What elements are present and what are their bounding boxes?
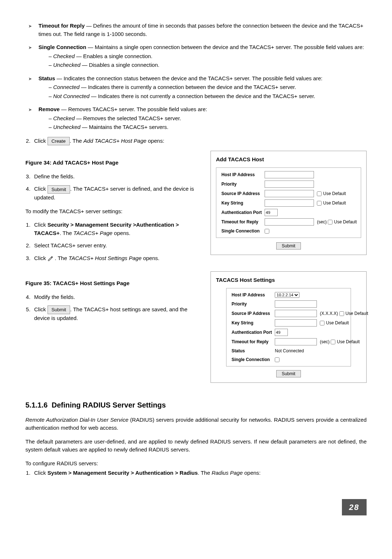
step-3: Define the fields. [32,173,200,181]
step-4-modify: Modify the fields. [32,293,200,301]
add-tacacs-host-panel: Add TACACS Host Host IP Address Priority… [211,151,367,255]
priority-label: Priority [230,299,273,309]
bullet-label: Timeout for Reply [38,23,85,29]
sub-unchecked: – Unchecked — Disables a single connecti… [49,61,367,69]
bullet-timeout: Timeout for Reply — Defines the amount o… [32,22,367,38]
bullet-text: — Defines the amount of time in seconds … [38,23,363,37]
priority-input[interactable] [275,300,317,308]
radius-intro-1: Remote Authorization Dial-In User Servic… [25,416,367,432]
steps-define: Define the fields. Click Submit. The TAC… [25,173,200,202]
pencil-icon[interactable] [48,256,53,262]
page-footer: 28 [25,499,367,515]
timeout-default-checkbox[interactable] [331,340,335,344]
panel-submit-button[interactable]: Submit [276,242,301,250]
key-default-checkbox[interactable] [320,321,324,325]
timeout-label: Timeout for Reply [220,217,263,227]
create-button[interactable]: Create [48,137,70,146]
auth-port-input[interactable] [275,329,288,336]
bullet-label: Single Connection [38,44,86,50]
key-string-input[interactable] [265,199,314,207]
section-title: Defining RADIUS Server Settings [52,401,166,409]
priority-label: Priority [220,179,263,189]
bullet-status: Status — Indicates the connection status… [32,74,367,101]
step-2: Click Create. The Add TACACS+ Host Page … [32,137,367,146]
modify-step-1: Click Security > Management Security >Au… [32,221,200,237]
host-ip-select[interactable]: 10.2.2.14 [275,292,299,298]
radius-config-intro: To configure RADIUS servers: [25,459,367,468]
host-ip-label: Host IP Address [230,291,273,299]
page-number: 28 [342,499,367,515]
sub-checked: – Checked — Enables a single connection. [49,52,367,61]
section-number: 5.1.1.6 [25,401,48,409]
timeout-default-checkbox[interactable] [328,220,332,224]
submit-button[interactable]: Submit [48,305,70,314]
single-conn-label: Single Connection [230,355,273,364]
single-conn-checkbox[interactable] [265,229,269,234]
modify-intro: To modify the TACACS+ server settings: [25,207,200,216]
status-value: Not Connected [273,347,318,355]
bullet-single-connection: Single Connection — Maintains a single o… [32,43,367,69]
source-ip-label: Source IP Address [230,309,273,318]
bullet-label: Status [38,75,55,81]
sub-not-connected: – Not Connected — Indicates there is not… [49,92,367,101]
figure-34-title: Figure 34: Add TACACS+ Host Page [25,159,200,167]
host-ip-label: Host IP Address [220,170,263,179]
bullet-label: Remove [38,106,60,112]
key-string-label: Key String [220,198,263,208]
status-label: Status [230,347,273,355]
key-string-input[interactable] [275,319,317,327]
sub-checked: – Checked — Removes the selected TACACS+… [49,114,367,123]
step-5: Click Submit. The TACACS+ host settings … [32,305,200,322]
source-ip-input[interactable] [275,310,317,317]
sub-connected: – Connected — Indicates there is current… [49,83,367,92]
key-default-checkbox[interactable] [317,201,322,206]
modify-step-3: Click . The TACACS+ Host Settings Page o… [32,254,200,263]
bullet-text: — Indicates the connection status betwee… [55,75,323,81]
auth-port-input[interactable] [265,209,278,216]
submit-button[interactable]: Submit [48,185,70,194]
section-heading: 5.1.1.6 Defining RADIUS Server Settings [25,400,367,410]
single-conn-checkbox[interactable] [275,357,279,362]
steps-modify: Click Security > Management Security >Au… [25,221,200,262]
timeout-input[interactable] [275,338,317,345]
radius-steps: Click System > Management Security > Aut… [25,469,367,477]
panel-title: Add TACACS Host [216,155,361,164]
host-ip-input[interactable] [265,171,314,178]
panel-submit-button[interactable]: Submit [276,370,301,377]
source-ip-default-checkbox[interactable] [317,191,322,196]
timeout-label: Timeout for Reply [230,337,273,347]
modify-step-2: Select TACACS+ server entry. [32,242,200,250]
tacacs-host-settings-panel: TACACS Host Settings Host IP Address10.2… [211,271,367,383]
panel-title: TACACS Host Settings [216,276,361,284]
key-string-label: Key String [230,318,273,328]
steps-modify-fields: Modify the fields. Click Submit. The TAC… [25,293,200,323]
priority-input[interactable] [265,181,314,188]
sub-unchecked: – Unchecked — Maintains the TACACS+ serv… [49,123,367,131]
figure-35-title: Figure 35: TACACS+ Host Settings Page [25,279,200,288]
radius-step-1: Click System > Management Security > Aut… [32,469,367,477]
bullet-text: — Removes TACACS+ server. The possible f… [60,106,207,112]
field-list: Timeout for Reply — Defines the amount o… [25,22,367,131]
source-ip-default-checkbox[interactable] [339,311,344,316]
timeout-input[interactable] [265,218,314,226]
auth-port-label: Authentication Port [230,328,273,337]
source-ip-label: Source IP Address [220,189,263,198]
step-4: Click Submit. The TACACS+ server is defi… [32,185,200,202]
bullet-remove: Remove — Removes TACACS+ server. The pos… [32,105,367,131]
radius-intro-2: The default parameters are user-defined,… [25,438,367,454]
auth-port-label: Authentication Port [220,208,263,217]
bullet-text: — Maintains a single open connection bet… [86,44,364,50]
source-ip-input[interactable] [265,190,314,197]
single-conn-label: Single Connection [220,227,263,235]
steps-create: Click Create. The Add TACACS+ Host Page … [25,137,367,146]
